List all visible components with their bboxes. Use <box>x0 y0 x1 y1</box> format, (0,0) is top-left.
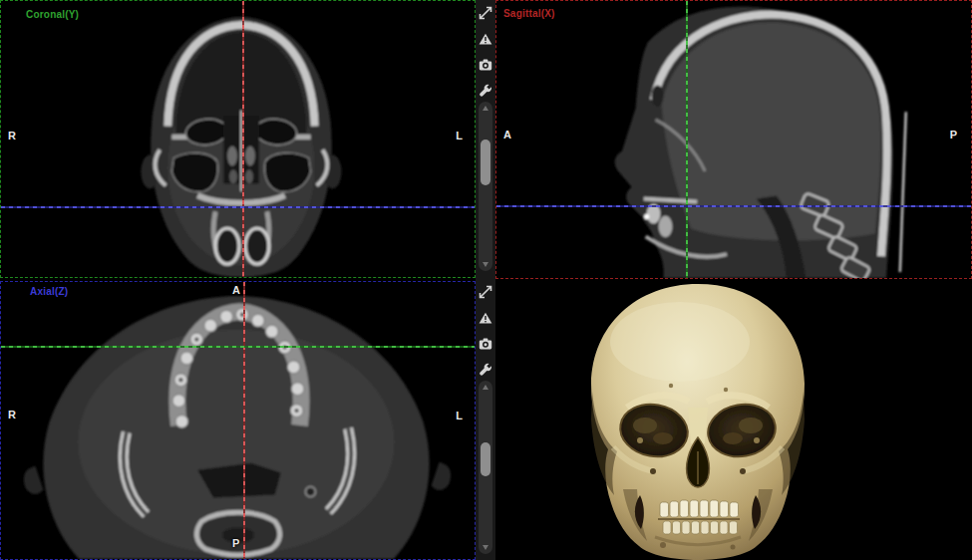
coronal-orientation-left-marker: L <box>456 130 463 141</box>
warning-icon[interactable] <box>476 305 495 331</box>
coronal-orientation-right-marker: R <box>8 130 16 141</box>
axial-crosshair-sagittal-line[interactable] <box>243 282 245 559</box>
cbct-viewer: Coronal(Y) R L <box>0 0 972 560</box>
skull-3d-rendering <box>495 280 972 560</box>
sagittal-orientation-posterior-marker: P <box>950 129 957 140</box>
snapshot-icon[interactable] <box>476 331 495 357</box>
sagittal-viewport[interactable]: Sagittal(X) A P <box>495 0 972 279</box>
axial-slice-scrollbar[interactable] <box>479 381 492 554</box>
axial-orientation-posterior-marker: P <box>232 537 239 549</box>
coronal-ct-image <box>1 1 475 277</box>
scroll-down-icon[interactable] <box>483 545 488 550</box>
snapshot-icon[interactable] <box>476 52 495 78</box>
sagittal-view-label: Sagittal(X) <box>503 8 555 19</box>
volume-3d-viewport[interactable] <box>495 280 972 560</box>
coronal-slice-scrollbar[interactable] <box>479 102 492 271</box>
scroll-up-icon[interactable] <box>483 106 488 111</box>
axial-orientation-left-marker: L <box>456 410 463 421</box>
axial-scrollbar-thumb[interactable] <box>481 442 490 476</box>
expand-icon[interactable] <box>476 0 495 26</box>
bottom-toolbar-strip <box>476 279 495 560</box>
coronal-scrollbar-thumb[interactable] <box>481 140 490 185</box>
scroll-down-icon[interactable] <box>483 262 488 267</box>
sagittal-ct-image <box>496 1 971 278</box>
sagittal-crosshair-axial-line[interactable] <box>496 205 971 207</box>
wrench-icon[interactable] <box>476 78 495 104</box>
coronal-viewport[interactable]: Coronal(Y) R L <box>0 0 476 278</box>
expand-icon[interactable] <box>476 279 495 305</box>
coronal-crosshair-sagittal-line[interactable] <box>242 1 244 277</box>
axial-orientation-right-marker: R <box>8 409 16 420</box>
coronal-crosshair-axial-line[interactable] <box>1 206 475 208</box>
sagittal-crosshair-coronal-line[interactable] <box>686 1 688 278</box>
axial-ct-image <box>1 282 475 559</box>
axial-viewport[interactable]: Axial(Z) A P R L <box>0 281 476 560</box>
top-toolbar-strip <box>476 0 495 279</box>
warning-icon[interactable] <box>476 26 495 52</box>
axial-orientation-anterior-marker: A <box>232 284 240 296</box>
coronal-view-label: Coronal(Y) <box>26 9 79 20</box>
sagittal-orientation-anterior-marker: A <box>503 129 511 140</box>
scroll-up-icon[interactable] <box>483 385 488 390</box>
wrench-icon[interactable] <box>476 357 495 383</box>
axial-crosshair-coronal-line[interactable] <box>1 346 475 348</box>
axial-view-label: Axial(Z) <box>30 286 68 297</box>
